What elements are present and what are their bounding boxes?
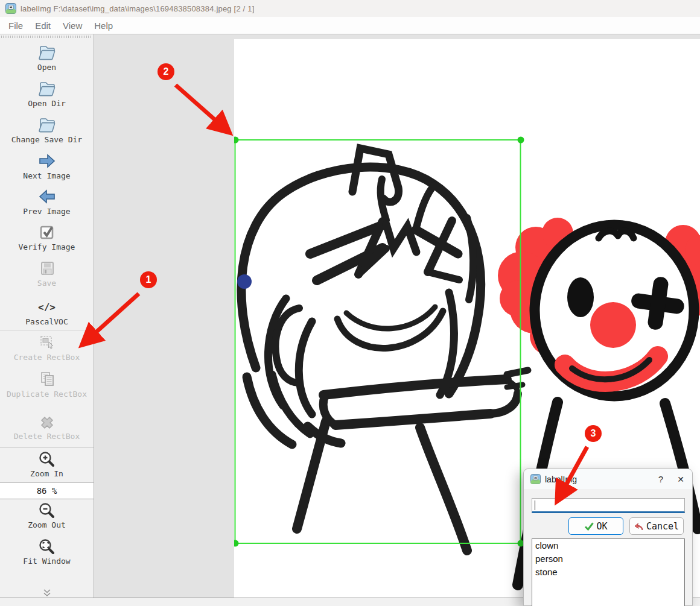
- zoom-level-field[interactable]: 86 %: [0, 482, 94, 499]
- cancel-button[interactable]: Cancel: [629, 517, 684, 535]
- tool-next-image[interactable]: Next Image: [0, 151, 94, 180]
- tool-prev-image[interactable]: Prev Image: [0, 187, 94, 216]
- labelimg-window: labelImg F:\dataset\img_data\images\1694…: [0, 0, 700, 606]
- fit-window-icon: [37, 537, 57, 555]
- label-option-person[interactable]: person: [532, 552, 684, 566]
- tool-verify-image-label: Verify Image: [0, 242, 94, 251]
- tool-change-save-dir-label: Change Save Dir: [0, 135, 94, 144]
- box-handle-bottom-left[interactable]: [234, 540, 239, 547]
- zoom-in-icon: [37, 450, 57, 468]
- tool-create-rectbox[interactable]: Create RectBox: [0, 333, 94, 362]
- tool-open-dir[interactable]: Open Dir: [0, 79, 94, 108]
- toolbar-overflow-chevron[interactable]: [0, 589, 94, 597]
- menu-bar: File Edit View Help: [0, 17, 700, 34]
- menu-help[interactable]: Help: [91, 19, 120, 32]
- tool-next-image-label: Next Image: [0, 171, 94, 180]
- label-option-clown[interactable]: clown: [532, 539, 684, 552]
- app-icon: [530, 474, 541, 484]
- dialog-help-button[interactable]: ?: [653, 474, 669, 484]
- menu-file[interactable]: File: [5, 19, 30, 32]
- clown-left-eye: [567, 277, 594, 317]
- tool-open-label: Open: [0, 63, 94, 72]
- code-icon: </>: [38, 301, 56, 313]
- tool-save[interactable]: Save: [0, 259, 94, 288]
- open-folder-icon: [37, 116, 57, 134]
- dialog-title-bar[interactable]: labelImg ? ✕: [524, 469, 692, 489]
- toolbar-separator: [0, 447, 94, 448]
- ok-button-label: OK: [596, 521, 607, 532]
- tool-delete-rectbox[interactable]: Delete RectBox: [0, 412, 94, 441]
- blue-dot-mark: [237, 274, 252, 289]
- label-input[interactable]: [532, 498, 685, 513]
- menu-view[interactable]: View: [59, 19, 89, 32]
- tool-verify-image[interactable]: Verify Image: [0, 223, 94, 251]
- box-handle-top-right[interactable]: [518, 137, 524, 144]
- tool-create-rectbox-label: Create RectBox: [0, 353, 94, 362]
- rect-select-icon: [37, 333, 57, 352]
- copy-icon: [37, 370, 57, 388]
- tool-format-pascalvoc[interactable]: </> PascalVOC: [0, 297, 94, 326]
- tool-delete-rectbox-label: Delete RectBox: [0, 432, 94, 441]
- dialog-title: labelImg: [545, 475, 653, 484]
- label-history-list[interactable]: clown person stone: [532, 538, 685, 606]
- floppy-icon: [37, 259, 57, 277]
- tool-zoom-in[interactable]: Zoom In: [0, 449, 94, 478]
- open-folder-icon: [37, 43, 57, 62]
- tool-open-dir-label: Open Dir: [0, 99, 94, 108]
- app-icon: [5, 3, 16, 14]
- tool-zoom-out-label: Zoom Out: [0, 520, 94, 529]
- tool-format-label: PascalVOC: [0, 317, 94, 326]
- window-title: labelImg F:\dataset\img_data\images\1694…: [21, 4, 255, 13]
- ok-button[interactable]: OK: [568, 517, 623, 535]
- box-handle-top-left[interactable]: [234, 137, 239, 144]
- dialog-close-button[interactable]: ✕: [669, 475, 684, 484]
- tool-save-label: Save: [0, 279, 94, 288]
- dialog-buttons: OK Cancel: [524, 517, 693, 535]
- tool-zoom-out[interactable]: Zoom Out: [0, 500, 94, 529]
- delete-x-icon: [37, 412, 57, 431]
- tool-change-save-dir[interactable]: Change Save Dir: [0, 115, 94, 144]
- menu-edit[interactable]: Edit: [31, 19, 58, 32]
- tool-fit-window[interactable]: Fit Window: [0, 537, 94, 566]
- toolbar: Open Open Dir Change Save Dir Next Image: [0, 34, 94, 598]
- checkbox-icon: [37, 223, 57, 241]
- tool-zoom-in-label: Zoom In: [0, 469, 94, 478]
- chevron-double-down-icon: [42, 589, 52, 597]
- tool-open[interactable]: Open: [0, 43, 94, 72]
- person-drawing: [241, 148, 528, 551]
- tool-prev-image-label: Prev Image: [0, 207, 94, 216]
- check-icon: [584, 522, 594, 531]
- open-folder-icon: [37, 80, 57, 98]
- tool-duplicate-rectbox-label: Duplicate RectBox: [0, 390, 94, 399]
- arrow-right-icon: [37, 152, 57, 170]
- toolbar-drag-handle[interactable]: [1, 36, 91, 38]
- arrow-left-icon: [37, 188, 57, 206]
- undo-arrow-icon: [634, 522, 644, 531]
- label-option-stone[interactable]: stone: [532, 566, 684, 579]
- clown-nose: [590, 302, 636, 348]
- text-caret: [535, 500, 535, 510]
- title-bar: labelImg F:\dataset\img_data\images\1694…: [0, 0, 700, 17]
- label-dialog: labelImg ? ✕ OK Cancel clown person ston…: [523, 469, 693, 606]
- tool-duplicate-rectbox[interactable]: Duplicate RectBox: [0, 370, 94, 399]
- zoom-out-icon: [37, 501, 57, 519]
- tool-fit-window-label: Fit Window: [0, 557, 94, 566]
- cancel-button-label: Cancel: [646, 521, 679, 532]
- toolbar-separator: [0, 330, 94, 330]
